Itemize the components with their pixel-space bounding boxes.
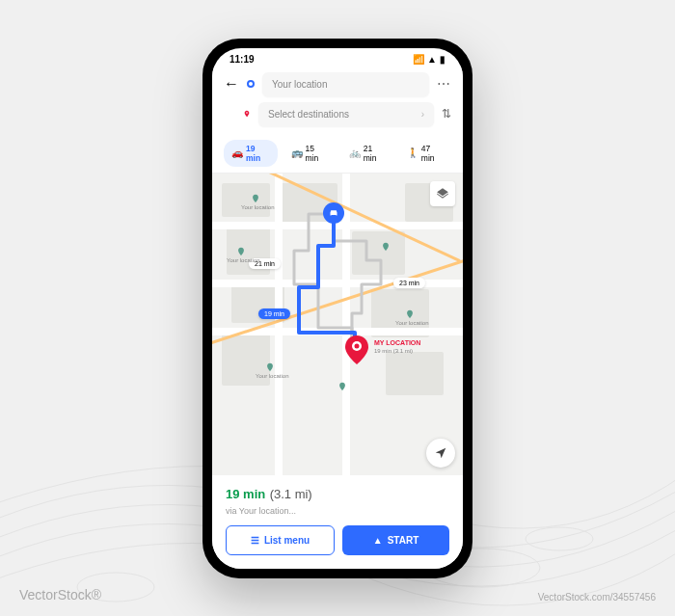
- destination-input[interactable]: Select destinations ›: [258, 102, 434, 126]
- poi-pin-icon: [236, 246, 246, 257]
- layers-icon: [436, 187, 449, 201]
- mode-walk[interactable]: 🚶47 min: [399, 140, 451, 167]
- navigate-icon: ▲: [373, 535, 383, 546]
- map-view[interactable]: 21 min 23 min 19 min Your location Your …: [212, 174, 463, 475]
- my-location-subtitle: 19 min (3.1 mi): [374, 348, 413, 354]
- my-location-label: MY LOCATION: [374, 339, 420, 346]
- alt-time-badge-2: 23 min: [393, 278, 425, 288]
- route-footer: 19 min (3.1 mi) via Your location... ☰ L…: [212, 475, 463, 569]
- origin-marker[interactable]: [345, 335, 368, 368]
- origin-dot-icon: [247, 80, 255, 88]
- svg-point-2: [526, 527, 593, 550]
- more-menu-button[interactable]: ⋯: [437, 76, 451, 92]
- signal-icon: 📶: [413, 54, 424, 65]
- navigation-arrow-icon: [434, 446, 447, 460]
- destination-marker[interactable]: [323, 202, 344, 224]
- bike-icon: 🚲: [349, 147, 361, 158]
- status-bar: 11:19 📶 ▲ ▮: [212, 48, 463, 67]
- walk-icon: 🚶: [407, 147, 418, 158]
- destination-pin-icon: [243, 110, 251, 118]
- locate-me-button[interactable]: [426, 439, 455, 468]
- location-pin-icon: [345, 335, 368, 364]
- poi-label: Your location: [395, 320, 428, 326]
- image-id: VectorStock.com/34557456: [538, 592, 656, 603]
- screen: 11:19 📶 ▲ ▮ ← Your location ⋯ Select des…: [212, 48, 463, 569]
- car-icon: [328, 207, 339, 219]
- travel-modes: 🚗19 min 🚌15 min 🚲21 min 🚶47 min: [212, 134, 463, 174]
- watermark: VectorStock®: [19, 587, 101, 603]
- list-icon: ☰: [251, 535, 259, 546]
- poi-pin-icon: [265, 362, 275, 373]
- poi-label: Your location: [227, 257, 259, 263]
- status-icons: 📶 ▲ ▮: [413, 54, 446, 65]
- mode-bike[interactable]: 🚲21 min: [341, 140, 393, 167]
- mode-transit[interactable]: 🚌15 min: [284, 140, 336, 167]
- route-distance: (3.1 mi): [270, 487, 312, 501]
- main-time-badge: 19 min: [258, 308, 290, 319]
- svg-point-5: [355, 343, 360, 348]
- poi-pin-icon: [338, 381, 347, 392]
- svg-point-3: [246, 112, 248, 114]
- layers-button[interactable]: [430, 181, 455, 206]
- poi-pin-icon: [381, 241, 391, 253]
- poi-label: Your location: [241, 204, 274, 210]
- search-header: ← Your location ⋯ Select destinations › …: [212, 67, 463, 134]
- route-indicator: [247, 80, 255, 88]
- wifi-icon: ▲: [427, 54, 437, 65]
- swap-button[interactable]: ⇅: [442, 107, 451, 121]
- back-button[interactable]: ←: [224, 75, 239, 93]
- start-button[interactable]: ▲ START: [342, 525, 449, 555]
- car-icon: 🚗: [231, 147, 243, 158]
- list-menu-button[interactable]: ☰ List menu: [226, 525, 335, 555]
- battery-icon: ▮: [440, 54, 446, 65]
- chevron-right-icon: ›: [421, 109, 424, 120]
- phone-frame: 11:19 📶 ▲ ▮ ← Your location ⋯ Select des…: [202, 39, 472, 578]
- status-time: 11:19: [230, 54, 255, 65]
- poi-label: Your location: [256, 373, 288, 379]
- transit-icon: 🚌: [291, 147, 303, 158]
- destination-placeholder: Select destinations: [268, 109, 349, 120]
- route-via: via Your location...: [226, 506, 449, 516]
- mode-car[interactable]: 🚗19 min: [224, 140, 278, 167]
- origin-input[interactable]: Your location: [262, 72, 429, 96]
- route-time: 19 min: [226, 487, 265, 501]
- poi-pin-icon: [251, 193, 260, 204]
- poi-pin-icon: [405, 308, 415, 320]
